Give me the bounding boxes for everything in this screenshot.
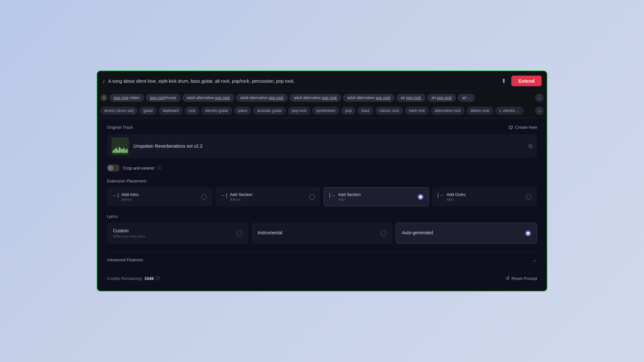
lyrics-title: Lyrics xyxy=(107,214,537,219)
instruments-scroll-right[interactable]: › xyxy=(535,107,544,115)
lyrics-grid: Custom Write your own lyrics Instrumenta… xyxy=(107,223,537,244)
tag-piano[interactable]: piano xyxy=(234,107,251,115)
add-outro-icon: |→ xyxy=(438,192,444,198)
upload-icon[interactable]: ⬆ xyxy=(501,78,506,85)
content-area: Original Track Create New xyxy=(97,118,547,291)
add-outro-radio[interactable] xyxy=(526,194,532,200)
reset-prompt-button[interactable]: ↺ Reset Prompt xyxy=(506,275,537,281)
refresh-icon xyxy=(508,125,513,130)
tags-scroll-right[interactable]: › xyxy=(535,94,544,102)
lyrics-custom-radio[interactable] xyxy=(236,230,242,236)
lyrics-instrumental-name: Instrumental xyxy=(258,230,282,235)
lyrics-autogenerated[interactable]: Auto-generated xyxy=(396,223,537,244)
tag-synthesizer[interactable]: synthesizer xyxy=(312,107,340,115)
tag-rock[interactable]: rock xyxy=(185,107,200,115)
track-thumbnail xyxy=(111,137,129,155)
info-icon[interactable]: ⓘ xyxy=(157,165,162,171)
placement-add-section-before[interactable]: ←| Add Section Before xyxy=(215,187,321,206)
add-section-before-icon: ←| xyxy=(221,192,227,198)
placement-add-section-after[interactable]: |→ Add Section After xyxy=(324,187,429,206)
lyrics-autogenerated-radio[interactable] xyxy=(525,230,531,236)
tag-keyboard[interactable]: keyboard xyxy=(159,107,182,115)
create-new-label: Create New xyxy=(515,125,537,130)
footer-row: Credits Remaining: 1546 ⓘ ↺ Reset Prompt xyxy=(107,274,537,281)
add-section-before-radio[interactable] xyxy=(309,194,315,200)
lyrics-autogenerated-name: Auto-generated xyxy=(402,230,433,235)
credits-value: 1546 xyxy=(145,276,154,281)
tag-classic-rock[interactable]: classic rock xyxy=(375,107,403,115)
tag-pop[interactable]: pop xyxy=(341,107,355,115)
prompt-section: ♪ A song about silent love, style kick d… xyxy=(97,71,547,118)
add-section-after-radio[interactable] xyxy=(418,194,423,200)
copy-icon[interactable]: ⧉ xyxy=(528,143,533,150)
original-track-title: Original Track xyxy=(107,125,133,130)
tag-album-rock[interactable]: album rock xyxy=(467,107,493,115)
add-section-after-sub: After xyxy=(338,198,361,201)
add-intro-icon: ←| xyxy=(112,192,119,198)
add-outro-sub: After xyxy=(447,198,466,201)
add-intro-name: Add Intro xyxy=(121,192,138,197)
credits-info-icon[interactable]: ⓘ xyxy=(156,275,160,281)
add-outro-name: Add Outro xyxy=(447,192,466,197)
advanced-features-label: Advanced Features xyxy=(107,257,143,262)
credits-info: Credits Remaining: 1546 ⓘ xyxy=(107,275,160,281)
tag-drums[interactable]: drums (drum set) xyxy=(100,107,137,115)
tag-bass[interactable]: bass xyxy=(357,107,373,115)
crop-extend-label: Crop and extend xyxy=(123,166,154,171)
tag-guitar[interactable]: guitar xyxy=(139,107,157,115)
lyrics-instrumental-radio[interactable] xyxy=(381,230,386,236)
add-section-before-sub: Before xyxy=(230,198,252,201)
lyrics-instrumental[interactable]: Instrumental xyxy=(251,223,393,244)
tags-row-1: ✕ pop rock oldies pop rock/house adult a… xyxy=(97,91,547,105)
crop-extend-row: Crop and extend ⓘ xyxy=(107,164,537,172)
add-section-after-icon: |→ xyxy=(329,192,336,198)
tag-art-pop-rock-2[interactable]: art pop rock xyxy=(427,94,456,102)
prompt-row: ♪ A song about silent love, style kick d… xyxy=(97,71,547,91)
lyrics-custom-sub: Write your own lyrics xyxy=(113,234,146,238)
tag-acoustic-guitar[interactable]: acoustic guitar xyxy=(253,107,286,115)
track-name: Unspoken Reverberations ext v2.2 xyxy=(133,144,528,149)
tag-pop-rock-oldies[interactable]: pop rock oldies xyxy=(109,94,144,102)
advanced-features-row[interactable]: Advanced Features ⌄ xyxy=(107,251,537,268)
tag-electric-guitar[interactable]: electric guitar xyxy=(201,107,232,115)
add-intro-radio[interactable] xyxy=(201,194,207,200)
main-container: ♪ A song about silent love, style kick d… xyxy=(97,70,547,292)
lyrics-custom-name: Custom xyxy=(113,228,146,233)
tag-adult-alt-4[interactable]: adult alternative pop rock xyxy=(343,94,394,102)
track-card: Unspoken Reverberations ext v2.2 ⧉ xyxy=(107,134,537,158)
lyrics-custom[interactable]: Custom Write your own lyrics xyxy=(107,223,248,244)
add-section-before-name: Add Section xyxy=(230,192,252,197)
credits-label: Credits Remaining: xyxy=(107,276,143,281)
create-new-button[interactable]: Create New xyxy=(508,125,537,130)
tag-alternative-rock[interactable]: alternative rock xyxy=(431,107,465,115)
tag-pop-rock[interactable]: pop rock xyxy=(288,107,310,115)
tag-c-electric[interactable]: c. electric ... xyxy=(495,107,524,115)
add-intro-sub: Before xyxy=(121,198,138,201)
close-tags-button[interactable]: ✕ xyxy=(100,94,108,101)
tag-pop-rock-house[interactable]: pop rock/house xyxy=(146,94,181,102)
prompt-text[interactable]: A song about silent love, style kick dru… xyxy=(108,79,501,84)
extension-placement-title: Extension Placement xyxy=(107,179,537,183)
music-icon: ♪ xyxy=(102,78,105,84)
extend-button[interactable]: Extend xyxy=(511,76,542,86)
tag-adult-alt-2[interactable]: adult alternative pop rock xyxy=(236,94,288,102)
add-section-after-name: Add Section xyxy=(338,192,361,197)
placement-grid: ←| Add Intro Before ←| Add Section Befor… xyxy=(107,187,537,206)
reset-icon: ↺ xyxy=(506,275,510,281)
instruments-row: drums (drum set) guitar keyboard rock el… xyxy=(97,105,547,118)
reset-prompt-label: Reset Prompt xyxy=(512,276,537,281)
tag-hard-rock[interactable]: hard rock xyxy=(405,107,429,115)
tag-adult-alt-1[interactable]: adult alternative pop rock xyxy=(183,94,234,102)
placement-add-outro[interactable]: |→ Add Outro After xyxy=(432,187,537,206)
tag-art-pop-rock-1[interactable]: art pop rock xyxy=(396,94,425,102)
chevron-down-icon: ⌄ xyxy=(532,256,537,263)
crop-extend-toggle[interactable] xyxy=(107,164,120,172)
original-track-header: Original Track Create New xyxy=(107,125,537,130)
tag-adult-alt-3[interactable]: adult alternative pop rock xyxy=(289,94,341,102)
placement-add-intro[interactable]: ←| Add Intro Before xyxy=(107,187,212,206)
tag-art-ellipsis[interactable]: art ... xyxy=(458,94,475,102)
